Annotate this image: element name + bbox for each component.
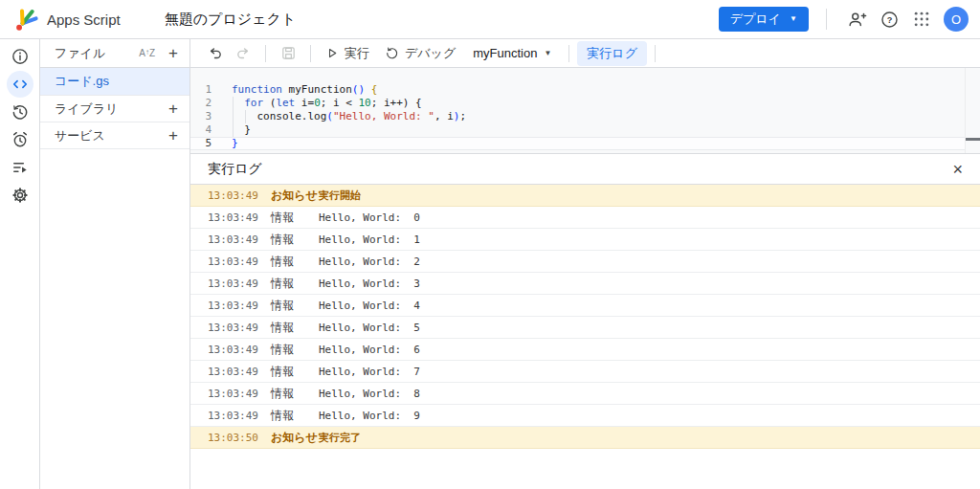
log-type: 情報: [271, 364, 319, 380]
log-row: 13:03:49お知らせ実行開始: [190, 185, 980, 207]
log-timestamp: 13:03:49: [208, 233, 271, 246]
libraries-label: ライブラリ: [55, 100, 119, 118]
log-type: お知らせ: [271, 430, 319, 446]
run-button[interactable]: 実行: [319, 41, 377, 66]
execution-log-panel: 実行ログ × 13:03:49お知らせ実行開始13:03:49情報Hello, …: [190, 154, 980, 489]
account-avatar[interactable]: O: [944, 7, 969, 32]
line-number: 4: [190, 123, 212, 137]
code-line-2[interactable]: 2 for (let i=0; i < 10; i++) {: [190, 97, 965, 110]
share-person-add-icon[interactable]: [840, 3, 873, 35]
line-number: 3: [190, 110, 212, 123]
libraries-section[interactable]: ライブラリ +: [40, 96, 189, 122]
add-service-button[interactable]: +: [165, 127, 182, 144]
log-type: 情報: [271, 210, 319, 226]
files-header: ファイル A↑Z +: [40, 39, 189, 68]
executions-list-icon[interactable]: [7, 154, 33, 181]
redo-icon[interactable]: [232, 42, 255, 65]
code-editor[interactable]: 1function myFunction() {2 for (let i=0; …: [190, 68, 980, 154]
log-type: 情報: [271, 320, 319, 336]
play-icon: [326, 47, 339, 59]
toolbar-divider: [310, 45, 311, 62]
sort-az-icon[interactable]: A↑Z: [139, 48, 155, 58]
close-icon[interactable]: ×: [948, 161, 967, 178]
log-message: Hello, World: 8: [319, 388, 420, 400]
code-text: for (let i=0; i < 10; i++) {: [232, 97, 422, 110]
header-divider: [826, 9, 827, 30]
toolbar-divider: [265, 45, 266, 62]
execution-log-rows: 13:03:49お知らせ実行開始13:03:49情報Hello, World: …: [190, 185, 980, 489]
code-line-1[interactable]: 1function myFunction() {: [190, 83, 965, 97]
deploy-button-label: デプロイ: [730, 11, 781, 28]
debug-button-label: デバッグ: [405, 45, 456, 62]
log-type: 情報: [271, 298, 319, 314]
chevron-down-icon: ▼: [544, 49, 551, 57]
services-label: サービス: [55, 127, 105, 144]
log-type: 情報: [271, 386, 319, 402]
project-title[interactable]: 無題のプロジェクト: [165, 11, 296, 29]
log-message: Hello, World: 9: [319, 410, 420, 422]
google-apps-grid-icon[interactable]: [905, 3, 938, 35]
save-icon[interactable]: [277, 42, 300, 65]
code-line-4[interactable]: 4 }: [190, 123, 965, 137]
files-header-label: ファイル: [55, 45, 105, 62]
log-timestamp: 13:03:49: [208, 322, 271, 334]
cursor-position-marker: [966, 138, 980, 141]
log-timestamp: 13:03:49: [208, 366, 271, 378]
project-history-icon[interactable]: [7, 99, 33, 125]
function-selector[interactable]: myFunction ▼: [463, 41, 561, 66]
overview-info-icon[interactable]: [7, 43, 33, 70]
log-row: 13:03:49情報Hello, World: 0: [190, 207, 980, 229]
log-timestamp: 13:03:50: [208, 432, 271, 444]
log-timestamp: 13:03:49: [208, 278, 271, 290]
editor-toolbar: 実行 デバッグ myFunction ▼ 実行ログ: [190, 39, 980, 68]
top-header: Apps Script 無題のプロジェクト デプロイ ▼ ?: [0, 0, 980, 39]
undo-icon[interactable]: [203, 42, 226, 65]
log-timestamp: 13:03:49: [208, 189, 271, 202]
debug-icon: [385, 46, 399, 60]
log-type: 情報: [271, 232, 319, 248]
file-name: コード.gs: [55, 73, 109, 90]
code-lines: 1function myFunction() {2 for (let i=0; …: [190, 83, 965, 150]
triggers-alarm-icon[interactable]: [7, 126, 33, 153]
log-timestamp: 13:03:49: [208, 256, 271, 268]
code-editor-icon[interactable]: [7, 71, 33, 98]
log-timestamp: 13:03:49: [208, 410, 271, 422]
log-timestamp: 13:03:49: [208, 211, 271, 224]
help-icon[interactable]: ?: [873, 3, 905, 35]
log-message: Hello, World: 1: [319, 233, 420, 246]
log-row: 13:03:49情報Hello, World: 9: [190, 405, 980, 427]
log-timestamp: 13:03:49: [208, 300, 271, 312]
add-file-button[interactable]: +: [165, 45, 182, 61]
log-type: 情報: [271, 276, 319, 292]
log-row: 13:03:49情報Hello, World: 3: [190, 273, 980, 295]
log-message: Hello, World: 4: [319, 300, 420, 312]
add-library-button[interactable]: +: [165, 100, 182, 117]
file-item-code-gs[interactable]: コード.gs: [40, 68, 189, 96]
log-row: 13:03:49情報Hello, World: 6: [190, 339, 980, 361]
code-text: function myFunction() {: [232, 83, 377, 97]
log-type: お知らせ: [271, 188, 319, 204]
log-type: 情報: [271, 408, 319, 424]
line-number: 2: [190, 97, 212, 110]
code-line-3[interactable]: 3 console.log("Hello, World: ", i);: [190, 110, 965, 123]
settings-gear-icon[interactable]: [7, 182, 33, 209]
toolbar-divider: [655, 45, 656, 62]
code-text: console.log("Hello, World: ", i);: [232, 110, 466, 123]
services-section[interactable]: サービス +: [40, 122, 189, 149]
log-timestamp: 13:03:49: [208, 388, 271, 400]
log-message: Hello, World: 0: [319, 211, 420, 224]
line-number: 5: [190, 137, 212, 150]
log-type: 情報: [271, 254, 319, 270]
line-number: 1: [190, 83, 212, 97]
log-row: 13:03:49情報Hello, World: 1: [190, 229, 980, 251]
code-text: }: [232, 137, 238, 150]
execution-log-toggle-button[interactable]: 実行ログ: [577, 41, 647, 66]
debug-button[interactable]: デバッグ: [377, 41, 463, 66]
deploy-caret-icon: ▼: [790, 15, 797, 23]
apps-script-logo-icon: [13, 7, 39, 33]
log-row: 13:03:49情報Hello, World: 7: [190, 361, 980, 383]
deploy-button[interactable]: デプロイ ▼: [719, 7, 809, 32]
overview-ruler[interactable]: [965, 68, 980, 153]
log-timestamp: 13:03:49: [208, 344, 271, 356]
code-line-5[interactable]: 5}: [190, 137, 965, 150]
